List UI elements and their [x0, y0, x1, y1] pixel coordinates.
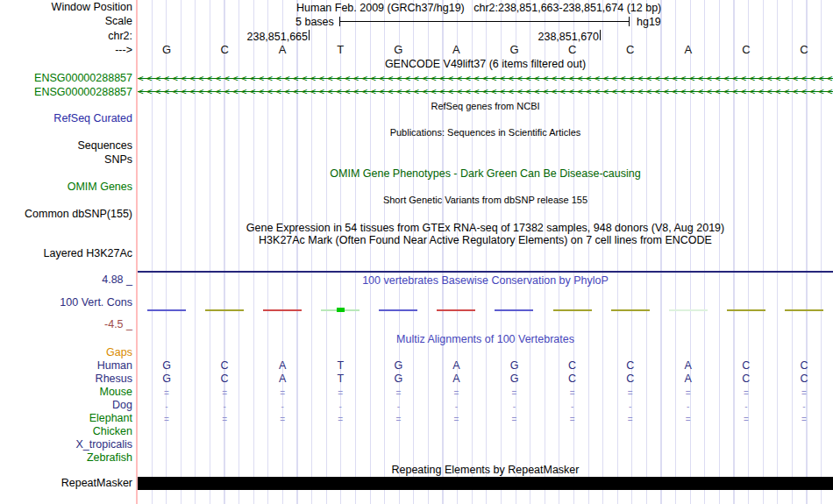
species-label-chicken[interactable]: Chicken — [0, 426, 132, 437]
alignment-cell: C — [775, 44, 833, 55]
coord-tick-right — [600, 30, 601, 40]
alignment-cell: A — [659, 373, 717, 385]
alignment-cell: = — [717, 388, 775, 398]
refseq-track-title[interactable]: RefSeq genes from NCBI — [138, 101, 833, 111]
phylop-segment — [379, 309, 417, 311]
phylop-segment — [321, 309, 360, 311]
alignment-cell: = — [602, 388, 659, 398]
species-label-zebrafish[interactable]: Zebrafish — [0, 452, 132, 464]
alignment-cell: = — [253, 388, 311, 398]
alignment-cell: = — [253, 415, 311, 424]
alignment-cell: C — [602, 373, 659, 385]
alignment-row-human[interactable]: GCATGAGCCACC — [138, 360, 833, 372]
base-sequence-row[interactable]: GCATGAGCCACC — [138, 44, 833, 55]
dbsnp-label[interactable]: Common dbSNP(155) — [0, 209, 132, 220]
alignment-cell: = — [427, 388, 485, 398]
alignment-cell: C — [544, 44, 602, 55]
coord-label-right: 238,851,670 — [516, 31, 599, 43]
alignment-cell: = — [544, 415, 602, 424]
repeatmasker-track-title[interactable]: Repeating Elements by RepeatMasker — [138, 465, 833, 475]
scale-ruler-line — [339, 21, 630, 22]
repeatmasker-element-bar[interactable] — [138, 477, 833, 490]
alignment-cell: - — [311, 401, 369, 411]
publications-track-title[interactable]: Publications: Sequences in Scientific Ar… — [138, 127, 833, 138]
alignment-cell: A — [253, 44, 311, 55]
repeatmasker-label[interactable]: RepeatMasker — [0, 478, 132, 489]
alignment-cell: = — [427, 415, 485, 424]
phylop-segment-peak — [337, 308, 345, 312]
alignment-cell: = — [311, 415, 369, 424]
dbsnp-track-title[interactable]: Short Genetic Variants from dbSNP releas… — [138, 195, 833, 205]
gene-arrowheads-1: <<<<<<<<<<<<<<<<<<<<<<<<<<<<<<<<<<<<<<<<… — [138, 73, 833, 84]
gencode-track-title[interactable]: GENCODE V49lift37 (6 items filtered out) — [138, 59, 833, 69]
phylop-segment — [785, 309, 823, 311]
layered-h3k27ac-label[interactable]: Layered H3K27Ac — [0, 248, 132, 259]
alignment-cell: = — [311, 388, 369, 398]
omim-genes-label[interactable]: OMIM Genes — [0, 181, 132, 193]
conservation-track-label[interactable]: 100 Vert. Cons — [0, 297, 132, 309]
gene-arrowheads-2: <<<<<<<<<<<<<<<<<<<<<<<<<<<<<<<<<<<<<<<<… — [138, 86, 833, 97]
gene-id-label-2[interactable]: ENSG00000288857 — [0, 87, 132, 98]
species-label-human[interactable]: Human — [0, 360, 132, 372]
phylop-segment — [495, 309, 533, 311]
species-label-x-tropicalis[interactable]: X_tropicalis — [0, 439, 132, 451]
alignment-cell: = — [138, 415, 196, 424]
conservation-max-label: 4.88 _ — [0, 274, 132, 286]
alignment-cell: G — [369, 373, 427, 385]
h3k27ac-track-title[interactable]: H3K27Ac Mark (Often Found Near Active Re… — [138, 235, 833, 245]
alignment-row-dog[interactable]: ------------ — [138, 401, 833, 411]
alignment-cell: G — [485, 44, 543, 55]
alignment-cell: - — [775, 401, 833, 411]
alignment-cell: G — [138, 373, 196, 385]
genome-tag: hg19 — [637, 16, 661, 28]
alignment-row-elephant[interactable]: ============ — [138, 415, 833, 424]
alignment-cell: = — [775, 388, 833, 398]
alignment-cell: T — [311, 373, 369, 385]
window-position-label: Window Position — [0, 2, 132, 13]
species-label-elephant[interactable]: Elephant — [0, 413, 132, 424]
gaps-row-label[interactable]: Gaps — [0, 347, 132, 358]
alignment-cell: A — [659, 44, 717, 55]
alignment-cell: A — [427, 373, 485, 385]
alignment-cell: - — [196, 401, 253, 411]
gene-id-label-1[interactable]: ENSG00000288857 — [0, 73, 132, 84]
species-label-mouse[interactable]: Mouse — [0, 387, 132, 398]
phylop-segment — [437, 309, 475, 311]
alignment-cell: C — [717, 373, 775, 385]
alignment-cell: G — [485, 373, 543, 385]
scale-label: Scale — [0, 16, 132, 27]
alignment-cell: A — [427, 44, 485, 55]
alignment-cell: G — [369, 44, 427, 55]
scale-ruler-right-tick — [629, 17, 630, 26]
species-label-dog[interactable]: Dog — [0, 400, 132, 411]
scale-value: 5 bases — [295, 16, 334, 28]
alignment-row-rhesus[interactable]: GCATGAGCCACC — [138, 373, 833, 385]
alignment-cell: = — [369, 415, 427, 424]
position-title: Human Feb. 2009 (GRCh37/hg19) chr2:238,8… — [296, 2, 661, 14]
strand-arrow-label: ---> — [0, 45, 132, 56]
alignment-cell: - — [138, 401, 196, 411]
phylop-track-title[interactable]: 100 vertebrates Basewise Conservation by… — [138, 275, 833, 286]
species-label-rhesus[interactable]: Rhesus — [0, 373, 132, 385]
omim-track-title[interactable]: OMIM Gene Phenotypes - Dark Green Can Be… — [138, 168, 833, 179]
refseq-curated-label[interactable]: RefSeq Curated — [0, 113, 132, 124]
alignment-cell: A — [253, 373, 311, 385]
phylop-segment — [205, 309, 244, 311]
gtex-track-title[interactable]: Gene Expression in 54 tissues from GTEx … — [138, 223, 833, 233]
alignment-cell: = — [602, 415, 659, 424]
gene-arrows-row-2[interactable]: <<<<<<<<<<<<<<<<<<<<<<<<<<<<<<<<<<<<<<<<… — [138, 86, 833, 97]
sequences-label[interactable]: Sequences — [0, 140, 132, 152]
gene-arrows-row-1[interactable]: <<<<<<<<<<<<<<<<<<<<<<<<<<<<<<<<<<<<<<<<… — [138, 73, 833, 84]
chrom-label: chr2: — [0, 31, 132, 42]
alignment-cell: C — [196, 44, 253, 55]
scale-ruler-left-tick — [339, 17, 340, 26]
alignment-cell: C — [775, 360, 833, 372]
genome-browser-image: Window Position Scale chr2: ---> Human F… — [0, 0, 833, 504]
phylop-segment — [669, 309, 708, 311]
snps-label[interactable]: SNPs — [0, 154, 132, 166]
alignment-cell: = — [485, 415, 543, 424]
phylop-wiggle-track[interactable] — [138, 307, 833, 314]
alignment-cell: T — [311, 360, 369, 372]
multiz-track-title[interactable]: Multiz Alignments of 100 Vertebrates — [138, 334, 833, 344]
alignment-row-mouse[interactable]: ============ — [138, 388, 833, 398]
